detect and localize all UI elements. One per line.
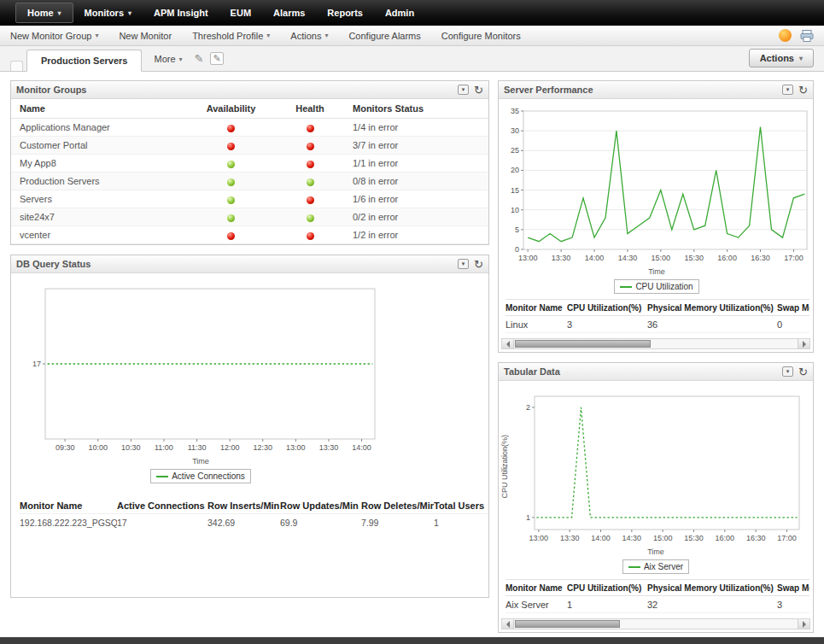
tab-production-servers[interactable]: Production Servers: [26, 50, 142, 72]
monitor-group-row[interactable]: Production Servers0/8 in error: [11, 173, 488, 190]
column-header-monitors-status: Monitors Status: [353, 103, 488, 114]
refresh-icon[interactable]: ↻: [474, 259, 483, 270]
threshold-profile-label: Threshold Profile: [192, 31, 263, 41]
monitors-status: 0/2 in error: [353, 212, 488, 222]
monitor-group-row[interactable]: Applications Manager1/4 in error: [11, 119, 488, 137]
scroll-right-button[interactable]: [798, 339, 809, 348]
db-query-table: Monitor NameActive ConnectionsRow Insert…: [20, 497, 488, 531]
health-status-dot: [307, 143, 314, 150]
print-icon[interactable]: [800, 30, 814, 42]
dashboard-actions-label: Actions: [760, 53, 794, 63]
chevron-down-icon: ▾: [266, 32, 270, 39]
collapse-icon[interactable]: ▾: [782, 366, 793, 377]
health-status-dot: [307, 214, 314, 222]
more-label: More: [154, 54, 175, 64]
server-performance-table: Monitor NameCPU Utilization(%)Physical M…: [506, 299, 809, 333]
nav-alarms[interactable]: Alarms: [262, 0, 316, 26]
collapse-icon[interactable]: ▾: [782, 85, 793, 95]
cell: 1: [434, 518, 485, 528]
nav-monitors[interactable]: Monitors ▾: [73, 0, 143, 26]
scrollbar-track[interactable]: [514, 619, 798, 629]
chart-legend: CPU Utilization: [614, 279, 698, 294]
server-performance-chart-area: 0510152025303513:0013:3014:0014:3015:001…: [500, 102, 813, 294]
horizontal-scrollbar[interactable]: [501, 618, 810, 629]
svg-text:09:30: 09:30: [56, 443, 75, 452]
scrollbar-thumb[interactable]: [515, 620, 620, 628]
edit-dashboard-icon[interactable]: ✎: [195, 52, 204, 65]
column-header: Row Updates/Min: [280, 501, 361, 511]
threshold-profile-menu[interactable]: Threshold Profile ▾: [192, 31, 270, 41]
monitor-group-row[interactable]: My App81/1 in error: [11, 155, 488, 173]
more-tabs-menu[interactable]: More ▾: [154, 54, 182, 64]
monitor-group-name[interactable]: Applications Manager: [11, 122, 195, 132]
scroll-right-button[interactable]: [798, 619, 809, 629]
new-monitor-label: New Monitor: [119, 31, 172, 41]
nav-reports[interactable]: Reports: [316, 0, 374, 26]
refresh-icon[interactable]: ↻: [798, 366, 808, 378]
scroll-left-button[interactable]: [502, 619, 514, 629]
nav-home[interactable]: Home ▾: [15, 3, 73, 23]
cell: 0: [777, 319, 809, 330]
availability-cell: [195, 212, 267, 222]
new-dashboard-icon[interactable]: ✎: [210, 52, 223, 65]
health-status-dot: [307, 125, 314, 132]
new-monitor-group-menu[interactable]: New Monitor Group ▾: [10, 31, 98, 41]
tab-strip-handle-icon[interactable]: [10, 61, 23, 71]
panel-title: DB Query Status: [16, 259, 91, 269]
chevron-down-icon: ▾: [324, 32, 328, 39]
horizontal-scrollbar[interactable]: [501, 338, 810, 349]
svg-text:14:30: 14:30: [618, 254, 638, 262]
cell: 3: [567, 319, 647, 330]
monitor-group-row[interactable]: Servers1/6 in error: [11, 190, 488, 208]
svg-text:30: 30: [511, 126, 519, 135]
panel-header-icons: ▾ ↻: [782, 85, 808, 96]
monitor-group-name[interactable]: My App8: [11, 158, 195, 168]
configure-alarms-link[interactable]: Configure Alarms: [348, 31, 420, 41]
refresh-icon[interactable]: ↻: [798, 85, 808, 96]
svg-text:17:00: 17:00: [784, 254, 804, 262]
monitor-group-name[interactable]: vcenter: [11, 230, 195, 240]
nav-admin[interactable]: Admin: [374, 0, 425, 26]
monitor-group-name[interactable]: Servers: [11, 194, 195, 204]
cell: Linux: [506, 319, 567, 330]
configure-alarms-label: Configure Alarms: [348, 31, 420, 41]
monitor-group-name[interactable]: site24x7: [11, 212, 195, 222]
server-performance-panel: Server Performance ▾ ↻ 0510152025303513:…: [498, 80, 814, 353]
monitor-group-row[interactable]: site24x70/2 in error: [11, 208, 488, 226]
refresh-icon[interactable]: ↻: [474, 85, 483, 96]
x-axis-title: Time: [500, 267, 813, 276]
monitors-status: 1/1 in error: [353, 158, 488, 168]
scrollbar-thumb[interactable]: [515, 340, 651, 348]
scrollbar-track[interactable]: [514, 339, 798, 348]
cell: 3: [777, 600, 809, 610]
column-header: Physical Memory Utilization(%): [647, 303, 777, 313]
column-header: Physical Memory Utilization(%): [647, 583, 777, 593]
monitor-group-name[interactable]: Customer Portal: [11, 140, 195, 150]
collapse-icon[interactable]: ▾: [458, 85, 469, 95]
monitor-group-row[interactable]: Customer Portal3/7 in error: [11, 137, 488, 155]
configure-monitors-link[interactable]: Configure Monitors: [441, 31, 521, 41]
monitor-group-row[interactable]: vcenter1/2 in error: [11, 226, 488, 244]
svg-text:16:30: 16:30: [746, 534, 766, 542]
availability-status-dot: [227, 125, 235, 132]
nav-apm-insight[interactable]: APM Insight: [143, 0, 219, 26]
column-header: CPU Utilization(%): [567, 303, 647, 313]
column-header: Swap Me: [777, 303, 809, 313]
health-cell: [267, 140, 353, 150]
monitor-group-name[interactable]: Production Servers: [11, 176, 195, 186]
svg-text:15:30: 15:30: [684, 534, 704, 542]
nav-eum[interactable]: EUM: [219, 0, 262, 26]
theme-icon[interactable]: [779, 29, 792, 42]
collapse-icon[interactable]: ▾: [458, 259, 469, 269]
right-arrow-icon: [803, 621, 809, 628]
column-header: Monitor Name: [20, 501, 117, 511]
db-query-status-panel: DB Query Status ▾ ↻ 1709:3010:0010:3011:…: [10, 255, 489, 598]
cell: 1: [567, 600, 647, 610]
scroll-left-button[interactable]: [502, 339, 514, 348]
dashboard-actions-button[interactable]: Actions ▾: [749, 49, 814, 67]
db-query-status-header: DB Query Status ▾ ↻: [11, 255, 488, 273]
monitors-status: 1/2 in error: [353, 230, 488, 240]
actions-menu[interactable]: Actions ▾: [290, 31, 328, 41]
new-monitor-link[interactable]: New Monitor: [119, 31, 172, 41]
svg-text:10:30: 10:30: [121, 443, 141, 452]
